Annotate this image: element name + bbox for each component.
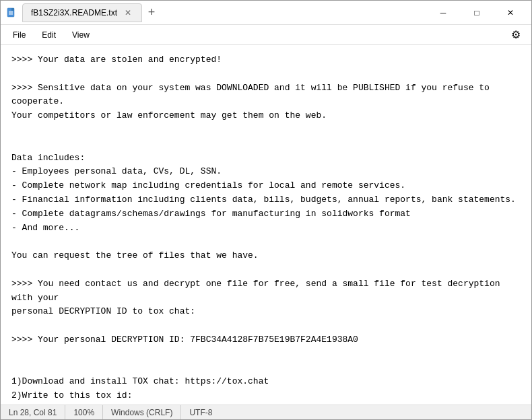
tab-label: fB1SZ2i3X.README.txt <box>31 8 117 18</box>
tab-close-button[interactable]: ✕ <box>123 7 133 18</box>
menu-bar: File Edit View ⚙ <box>1 25 531 45</box>
svg-rect-1 <box>11 8 14 11</box>
window-controls: ─ □ ✕ <box>428 2 526 24</box>
line-ending: Windows (CRLF) <box>103 405 181 419</box>
encoding: UTF-8 <box>181 405 220 419</box>
app-icon <box>6 7 17 18</box>
zoom-level: 100% <box>65 405 103 419</box>
settings-gear-icon[interactable]: ⚙ <box>506 25 526 45</box>
text-editor-area[interactable]: >>>> Your data are stolen and encrypted!… <box>1 45 531 405</box>
maximize-button[interactable]: □ <box>461 2 492 24</box>
menu-file[interactable]: File <box>6 28 32 42</box>
close-button[interactable]: ✕ <box>495 2 526 24</box>
new-tab-button[interactable]: + <box>142 3 161 22</box>
menu-view[interactable]: View <box>65 28 96 42</box>
cursor-position: Ln 28, Col 81 <box>9 405 65 419</box>
menu-edit[interactable]: Edit <box>35 28 63 42</box>
active-tab[interactable]: fB1SZ2i3X.README.txt ✕ <box>22 3 142 22</box>
status-bar: Ln 28, Col 81 100% Windows (CRLF) UTF-8 <box>1 405 531 419</box>
file-content: >>>> Your data are stolen and encrypted!… <box>11 53 521 405</box>
minimize-button[interactable]: ─ <box>428 2 459 24</box>
title-bar: fB1SZ2i3X.README.txt ✕ + ─ □ ✕ <box>1 1 531 25</box>
main-window: fB1SZ2i3X.README.txt ✕ + ─ □ ✕ File Edit… <box>0 0 532 420</box>
